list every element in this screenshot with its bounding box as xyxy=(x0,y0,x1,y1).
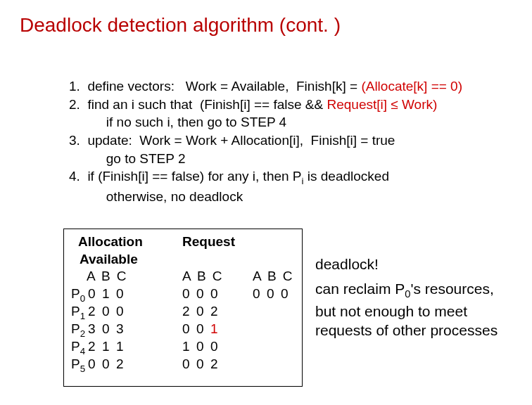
process-label: P0 xyxy=(71,285,88,304)
step-4-text: 4. if (Finish[i] == false) for any i, th… xyxy=(69,169,302,184)
step-2-text: 2. find an i such that (Finish[i] == fal… xyxy=(69,97,327,112)
slide-title: Deadlock detection algorithm (cont. ) xyxy=(20,14,341,37)
cell: 1 xyxy=(210,321,224,338)
request-cells: 002 xyxy=(182,356,239,373)
header-available: Available xyxy=(80,251,138,269)
step-2-red2: Work) xyxy=(398,97,438,112)
abc-alloc: A B C xyxy=(87,268,153,285)
table-row: P0010000000 xyxy=(71,285,295,303)
cell: 0 xyxy=(182,356,196,373)
alloc-cells: 010 xyxy=(88,285,153,303)
avail-cells: 000 xyxy=(253,285,295,303)
process-label: P4 xyxy=(71,338,88,357)
step-1: 1. define vectors: Work = Available, Fin… xyxy=(69,77,462,96)
step-2-le: ≤ xyxy=(391,97,398,112)
process-label: P2 xyxy=(71,321,88,340)
process-label: P5 xyxy=(71,356,88,375)
table-row: P5002002 xyxy=(71,356,295,373)
cell: 2 xyxy=(210,356,224,373)
cell: 1 xyxy=(102,285,116,303)
alloc-cells: 211 xyxy=(88,338,153,356)
cell: 2 xyxy=(182,303,196,321)
resource-table: Allocation Request Available A B C A B C… xyxy=(63,229,303,387)
cell: 0 xyxy=(196,338,210,356)
cell: 0 xyxy=(196,356,210,373)
cell: 0 xyxy=(196,303,210,321)
request-cells: 000 xyxy=(182,285,239,303)
step-2a: 2. find an i such that (Finish[i] == fal… xyxy=(69,96,462,114)
cell: 3 xyxy=(116,321,130,338)
step-4b: otherwise, no deadlock xyxy=(69,188,462,206)
cell: 0 xyxy=(102,356,116,373)
cell: 0 xyxy=(253,285,267,303)
process-label: P1 xyxy=(71,303,88,322)
step-4-text2: is deadlocked xyxy=(304,169,389,184)
step-4a: 4. if (Finish[i] == false) for any i, th… xyxy=(69,167,462,188)
request-cells: 001 xyxy=(182,321,239,338)
table-row: P1200202 xyxy=(71,303,295,321)
table-row: P4211100 xyxy=(71,338,295,356)
cell: 0 xyxy=(88,356,102,373)
cell: 0 xyxy=(182,285,196,303)
cell: 2 xyxy=(210,303,224,321)
cell: 0 xyxy=(116,303,130,321)
cell: 0 xyxy=(196,285,210,303)
request-cells: 202 xyxy=(182,303,239,321)
algorithm-steps: 1. define vectors: Work = Available, Fin… xyxy=(69,77,462,206)
alloc-cells: 200 xyxy=(88,303,153,321)
abc-req: A B C xyxy=(182,268,239,285)
cell: 0 xyxy=(102,303,116,321)
alloc-cells: 303 xyxy=(88,321,153,338)
step-3b: go to STEP 2 xyxy=(69,150,462,168)
cell: 1 xyxy=(102,338,116,356)
data-rows: P0010000000P1200202P2303001P4211100P5002… xyxy=(71,285,295,373)
cell: 0 xyxy=(210,338,224,356)
comm-1: can reclaim P xyxy=(315,281,405,297)
abc-avail: A B C xyxy=(253,268,294,285)
cell: 0 xyxy=(281,285,295,303)
cell: 2 xyxy=(88,338,102,356)
step-1-text: 1. define vectors: Work = Available, Fin… xyxy=(69,79,361,94)
commentary-text: can reclaim P0's resources, but not enou… xyxy=(315,279,512,340)
cell: 2 xyxy=(116,356,130,373)
cell: 0 xyxy=(102,321,116,338)
step-2-red1: Request[i] xyxy=(327,97,391,112)
cell: 0 xyxy=(196,321,210,338)
table-row: P2303001 xyxy=(71,321,295,338)
cell: 0 xyxy=(88,285,102,303)
cell: 3 xyxy=(88,321,102,338)
header-request: Request xyxy=(182,233,235,251)
cell: 1 xyxy=(182,338,196,356)
step-1-red: (Allocate[k] == 0) xyxy=(361,79,462,94)
step-3a: 3. update: Work = Work + Allocation[i], … xyxy=(69,131,462,150)
cell: 0 xyxy=(210,285,224,303)
alloc-cells: 002 xyxy=(88,356,153,373)
request-cells: 100 xyxy=(182,338,239,356)
step-2b: if no such i, then go to STEP 4 xyxy=(69,113,462,131)
cell: 0 xyxy=(267,285,281,303)
header-allocation: Allocation xyxy=(78,233,153,251)
cell: 0 xyxy=(182,321,196,338)
cell: 0 xyxy=(116,285,130,303)
side-commentary: deadlock! can reclaim P0's resources, bu… xyxy=(315,255,512,340)
deadlock-label: deadlock! xyxy=(315,255,512,274)
cell: 1 xyxy=(116,338,130,356)
cell: 2 xyxy=(88,303,102,321)
